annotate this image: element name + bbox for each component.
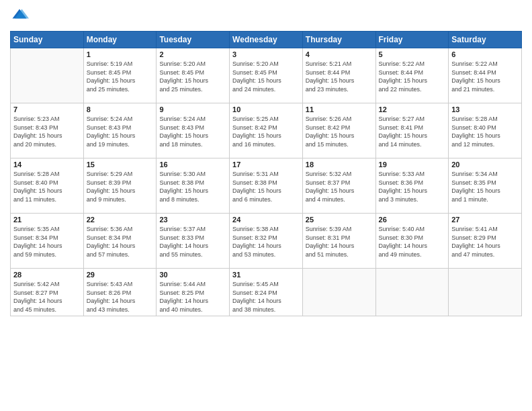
day-number: 25 [306, 216, 373, 224]
day-number: 15 [87, 161, 154, 169]
day-number: 30 [159, 271, 226, 279]
calendar-cell: 14Sunrise: 5:28 AM Sunset: 8:40 PM Dayli… [11, 158, 84, 214]
calendar-cell: 7Sunrise: 5:23 AM Sunset: 8:43 PM Daylig… [11, 103, 84, 158]
weekday-monday: Monday [83, 32, 157, 48]
calendar-cell: 12Sunrise: 5:27 AM Sunset: 8:41 PM Dayli… [375, 103, 449, 158]
header [10, 7, 522, 26]
day-info: Sunrise: 5:25 AM Sunset: 8:42 PM Dayligh… [232, 115, 300, 148]
day-info: Sunrise: 5:26 AM Sunset: 8:42 PM Dayligh… [306, 115, 373, 148]
day-number: 23 [159, 216, 226, 224]
day-info: Sunrise: 5:40 AM Sunset: 8:30 PM Dayligh… [379, 225, 446, 259]
calendar-cell: 21Sunrise: 5:35 AM Sunset: 8:34 PM Dayli… [11, 214, 84, 269]
logo-icon [10, 7, 29, 26]
calendar-cell: 31Sunrise: 5:45 AM Sunset: 8:24 PM Dayli… [230, 269, 303, 316]
calendar-cell: 8Sunrise: 5:24 AM Sunset: 8:43 PM Daylig… [83, 103, 157, 158]
day-info: Sunrise: 5:27 AM Sunset: 8:41 PM Dayligh… [379, 115, 446, 148]
calendar-cell: 9Sunrise: 5:24 AM Sunset: 8:43 PM Daylig… [157, 103, 230, 158]
day-number: 22 [87, 216, 154, 224]
week-row-2: 7Sunrise: 5:23 AM Sunset: 8:43 PM Daylig… [11, 103, 522, 158]
day-info: Sunrise: 5:20 AM Sunset: 8:45 PM Dayligh… [232, 60, 300, 93]
day-info: Sunrise: 5:35 AM Sunset: 8:34 PM Dayligh… [13, 225, 81, 259]
page: SundayMondayTuesdayWednesdayThursdayFrid… [0, 0, 532, 411]
day-info: Sunrise: 5:28 AM Sunset: 8:40 PM Dayligh… [451, 115, 519, 148]
day-info: Sunrise: 5:20 AM Sunset: 8:45 PM Dayligh… [159, 60, 226, 93]
day-info: Sunrise: 5:41 AM Sunset: 8:29 PM Dayligh… [451, 225, 519, 259]
calendar-cell: 2Sunrise: 5:20 AM Sunset: 8:45 PM Daylig… [157, 48, 230, 103]
day-number: 3 [232, 50, 300, 58]
day-info: Sunrise: 5:24 AM Sunset: 8:43 PM Dayligh… [159, 115, 226, 148]
day-info: Sunrise: 5:23 AM Sunset: 8:43 PM Dayligh… [13, 115, 81, 148]
week-row-3: 14Sunrise: 5:28 AM Sunset: 8:40 PM Dayli… [11, 158, 522, 214]
day-number: 21 [13, 216, 81, 224]
calendar-cell: 18Sunrise: 5:32 AM Sunset: 8:37 PM Dayli… [302, 158, 375, 214]
day-info: Sunrise: 5:45 AM Sunset: 8:24 PM Dayligh… [232, 280, 300, 314]
logo [10, 7, 32, 26]
day-info: Sunrise: 5:43 AM Sunset: 8:26 PM Dayligh… [87, 280, 154, 314]
calendar-cell: 10Sunrise: 5:25 AM Sunset: 8:42 PM Dayli… [230, 103, 303, 158]
calendar-cell: 13Sunrise: 5:28 AM Sunset: 8:40 PM Dayli… [449, 103, 522, 158]
day-number: 17 [232, 161, 300, 169]
day-info: Sunrise: 5:28 AM Sunset: 8:40 PM Dayligh… [13, 170, 81, 203]
weekday-tuesday: Tuesday [157, 32, 230, 48]
day-info: Sunrise: 5:24 AM Sunset: 8:43 PM Dayligh… [87, 115, 154, 148]
calendar-cell [449, 269, 522, 316]
calendar-cell: 22Sunrise: 5:36 AM Sunset: 8:34 PM Dayli… [83, 214, 157, 269]
day-info: Sunrise: 5:33 AM Sunset: 8:36 PM Dayligh… [379, 170, 446, 203]
calendar-cell [11, 48, 84, 103]
week-row-5: 28Sunrise: 5:42 AM Sunset: 8:27 PM Dayli… [11, 269, 522, 316]
calendar-cell: 20Sunrise: 5:34 AM Sunset: 8:35 PM Dayli… [449, 158, 522, 214]
day-number: 19 [379, 161, 446, 169]
day-number: 13 [451, 105, 519, 113]
calendar-cell: 15Sunrise: 5:29 AM Sunset: 8:39 PM Dayli… [83, 158, 157, 214]
weekday-wednesday: Wednesday [230, 32, 303, 48]
weekday-header-row: SundayMondayTuesdayWednesdayThursdayFrid… [11, 32, 522, 48]
day-info: Sunrise: 5:30 AM Sunset: 8:38 PM Dayligh… [159, 170, 226, 203]
calendar-cell: 29Sunrise: 5:43 AM Sunset: 8:26 PM Dayli… [83, 269, 157, 316]
calendar-cell: 30Sunrise: 5:44 AM Sunset: 8:25 PM Dayli… [157, 269, 230, 316]
day-number: 24 [232, 216, 300, 224]
calendar-cell: 28Sunrise: 5:42 AM Sunset: 8:27 PM Dayli… [11, 269, 84, 316]
day-number: 7 [13, 105, 81, 113]
day-number: 28 [13, 271, 81, 279]
day-number: 9 [159, 105, 226, 113]
day-number: 14 [13, 161, 81, 169]
calendar-cell: 26Sunrise: 5:40 AM Sunset: 8:30 PM Dayli… [375, 214, 449, 269]
calendar-cell [302, 269, 375, 316]
day-number: 29 [87, 271, 154, 279]
day-info: Sunrise: 5:38 AM Sunset: 8:32 PM Dayligh… [232, 225, 300, 259]
day-info: Sunrise: 5:32 AM Sunset: 8:37 PM Dayligh… [306, 170, 373, 203]
weekday-saturday: Saturday [449, 32, 522, 48]
day-info: Sunrise: 5:39 AM Sunset: 8:31 PM Dayligh… [306, 225, 373, 259]
calendar-cell: 19Sunrise: 5:33 AM Sunset: 8:36 PM Dayli… [375, 158, 449, 214]
day-number: 31 [232, 271, 300, 279]
weekday-friday: Friday [375, 32, 449, 48]
calendar-cell: 6Sunrise: 5:22 AM Sunset: 8:44 PM Daylig… [449, 48, 522, 103]
day-info: Sunrise: 5:22 AM Sunset: 8:44 PM Dayligh… [379, 60, 446, 93]
day-number: 4 [306, 50, 373, 58]
calendar-cell: 4Sunrise: 5:21 AM Sunset: 8:44 PM Daylig… [302, 48, 375, 103]
day-info: Sunrise: 5:44 AM Sunset: 8:25 PM Dayligh… [159, 280, 226, 314]
weekday-thursday: Thursday [302, 32, 375, 48]
day-number: 26 [379, 216, 446, 224]
calendar-table: SundayMondayTuesdayWednesdayThursdayFrid… [10, 31, 522, 316]
day-info: Sunrise: 5:37 AM Sunset: 8:33 PM Dayligh… [159, 225, 226, 259]
day-info: Sunrise: 5:21 AM Sunset: 8:44 PM Dayligh… [306, 60, 373, 93]
day-info: Sunrise: 5:29 AM Sunset: 8:39 PM Dayligh… [87, 170, 154, 203]
day-number: 2 [159, 50, 226, 58]
calendar-cell: 23Sunrise: 5:37 AM Sunset: 8:33 PM Dayli… [157, 214, 230, 269]
day-number: 20 [451, 161, 519, 169]
day-number: 6 [451, 50, 519, 58]
day-number: 18 [306, 161, 373, 169]
day-number: 1 [87, 50, 154, 58]
calendar-cell: 1Sunrise: 5:19 AM Sunset: 8:45 PM Daylig… [83, 48, 157, 103]
day-number: 11 [306, 105, 373, 113]
week-row-1: 1Sunrise: 5:19 AM Sunset: 8:45 PM Daylig… [11, 48, 522, 103]
calendar-cell: 27Sunrise: 5:41 AM Sunset: 8:29 PM Dayli… [449, 214, 522, 269]
day-info: Sunrise: 5:22 AM Sunset: 8:44 PM Dayligh… [451, 60, 519, 93]
calendar-cell: 17Sunrise: 5:31 AM Sunset: 8:38 PM Dayli… [230, 158, 303, 214]
calendar-cell: 11Sunrise: 5:26 AM Sunset: 8:42 PM Dayli… [302, 103, 375, 158]
day-info: Sunrise: 5:34 AM Sunset: 8:35 PM Dayligh… [451, 170, 519, 203]
calendar-cell: 24Sunrise: 5:38 AM Sunset: 8:32 PM Dayli… [230, 214, 303, 269]
calendar-cell [375, 269, 449, 316]
day-number: 12 [379, 105, 446, 113]
